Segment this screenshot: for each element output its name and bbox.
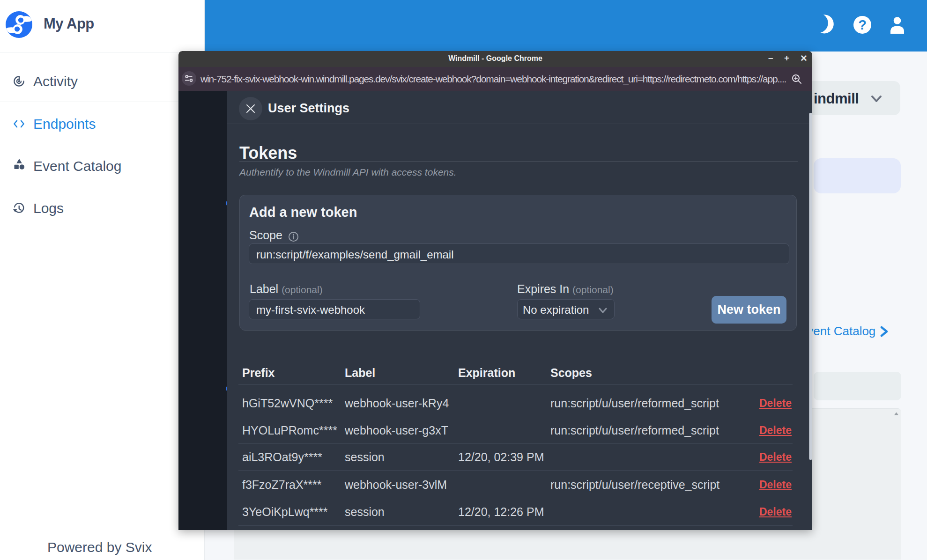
svg-text:?: ?	[858, 17, 867, 32]
